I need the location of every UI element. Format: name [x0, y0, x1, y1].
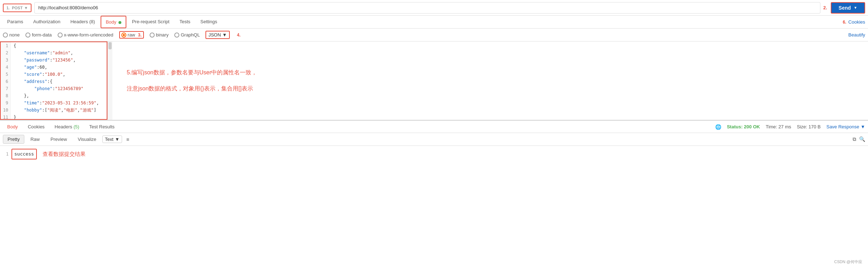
filter-icon[interactable]: ≡: [126, 137, 129, 142]
radio-binary-label: binary: [156, 32, 169, 38]
tab-tests[interactable]: Tests: [175, 16, 194, 28]
radio-binary[interactable]: binary: [150, 32, 169, 38]
line-num-6: 6: [1, 78, 11, 85]
line-num-2: 2: [1, 49, 11, 56]
cookies-link[interactable]: 6. Cookies: [843, 19, 865, 25]
send-label: Send: [839, 5, 851, 11]
line-content-8: },: [11, 92, 29, 99]
tab-authorization[interactable]: Authorization: [29, 16, 65, 28]
radio-graphql-circle: [174, 33, 179, 38]
response-tab-headers[interactable]: Headers (5): [50, 123, 84, 131]
method-label: POST: [12, 6, 23, 10]
radio-none[interactable]: none: [3, 32, 20, 38]
radio-none-label: none: [9, 32, 20, 38]
code-editor[interactable]: 1 { 2 "username":"admin", 3 "password":"…: [0, 41, 107, 120]
radio-none-circle: [3, 33, 8, 38]
response-headers-count: (5): [73, 124, 79, 129]
line-num-4: 4: [1, 64, 11, 71]
annotation-6: 6.: [843, 20, 846, 25]
line-content-4: "age":60,: [11, 64, 47, 71]
radio-graphql-label: GraphQL: [181, 32, 200, 38]
code-line-3: 3 "password":"123456",: [1, 56, 107, 64]
tab-body[interactable]: Body: [101, 16, 126, 28]
status-size-label: Size: 170 B: [797, 124, 821, 129]
code-line-4: 4 "age":60,: [1, 64, 107, 71]
code-line-1: 1 {: [1, 42, 107, 49]
method-dropdown[interactable]: 1. POST ▼: [3, 4, 31, 12]
check-annotation: 查看数据提交结果: [43, 150, 86, 158]
success-value: success: [11, 149, 37, 159]
line-content-7: "phone":"123456789": [11, 85, 83, 92]
radio-graphql[interactable]: GraphQL: [174, 32, 200, 38]
subtab-raw[interactable]: Raw: [26, 135, 44, 144]
globe-icon: 🌐: [715, 124, 721, 130]
code-line-2: 2 "username":"admin",: [1, 49, 107, 56]
method-arrow: ▼: [24, 6, 28, 10]
top-bar: 1. POST ▼ 2. Send ▼: [0, 0, 868, 16]
annotation-4: 4.: [237, 33, 241, 38]
format-select[interactable]: JSON ▼: [205, 31, 230, 39]
annotation-5-line2: 注意json数据的格式，对象用{}表示，集合用[]表示: [127, 84, 854, 94]
code-line-7: 7 "phone":"123456789": [1, 85, 107, 92]
radio-form-data-circle: [25, 33, 30, 38]
format-arrow: ▼: [222, 32, 227, 38]
code-line-9: 9 "time":"2023-05-31 23:56:59",: [1, 99, 107, 107]
line-content-6: "address":{: [11, 78, 52, 85]
response-tab-cookies[interactable]: Cookies: [24, 123, 49, 131]
tab-params[interactable]: Params: [3, 16, 28, 28]
copy-icon[interactable]: ⧉: [853, 136, 856, 142]
radio-urlencoded-label: x-www-form-urlencoded: [64, 32, 113, 38]
tab-headers-label: Headers: [71, 19, 88, 24]
code-line-5: 5 "score":"100.0",: [1, 71, 107, 78]
tab-body-label: Body: [106, 19, 116, 25]
send-button[interactable]: Send ▼: [831, 2, 865, 14]
response-line-num-1: 1: [3, 150, 9, 158]
tab-headers-count: (8): [89, 19, 95, 24]
radio-form-data-label: form-data: [32, 32, 52, 38]
response-tab-test-results[interactable]: Test Results: [85, 123, 119, 131]
response-body: 1 success 查看数据提交结果: [0, 146, 868, 162]
subtab-pretty[interactable]: Pretty: [3, 135, 24, 144]
annotation-3: 3.: [138, 33, 142, 38]
line-num-3: 3: [1, 56, 11, 64]
radio-raw-label: raw: [128, 32, 135, 38]
line-content-10: "hobby":["阅读","电影","游戏"]: [11, 107, 96, 114]
radio-raw[interactable]: raw 3.: [119, 31, 144, 39]
radio-urlencoded[interactable]: x-www-form-urlencoded: [58, 32, 113, 38]
tab-settings[interactable]: Settings: [196, 16, 222, 28]
tab-headers[interactable]: Headers (8): [66, 16, 100, 28]
search-icon[interactable]: 🔍: [859, 136, 865, 142]
annotation-2: 2.: [823, 5, 827, 10]
tab-pre-request[interactable]: Pre-request Script: [128, 16, 174, 28]
request-body-area: 1 { 2 "username":"admin", 3 "password":"…: [0, 41, 868, 120]
radio-form-data[interactable]: form-data: [25, 32, 52, 38]
url-input[interactable]: [34, 2, 820, 14]
text-format-select[interactable]: Text ▼: [102, 136, 122, 143]
save-response-button[interactable]: Save Response ▼: [826, 124, 865, 129]
response-tab-body[interactable]: Body: [3, 123, 22, 131]
line-num-8: 8: [1, 92, 11, 99]
line-content-3: "password":"123456",: [11, 56, 76, 64]
line-content-9: "time":"2023-05-31 23:56:59",: [11, 99, 99, 107]
line-num-11: 11: [1, 114, 11, 120]
annotation-1: 1.: [6, 6, 10, 10]
line-num-5: 5: [1, 71, 11, 78]
response-headers-label: Headers: [55, 124, 72, 129]
annotation-area: 5.编写json数据，参数名要与User中的属性名一致， 注意json数据的格式…: [112, 41, 868, 120]
subtab-preview[interactable]: Preview: [46, 135, 72, 144]
body-active-indicator: [118, 21, 121, 24]
cookies-label: Cookies: [848, 19, 865, 25]
footer: CSDN @何中应: [829, 258, 868, 266]
format-label: JSON: [208, 32, 221, 38]
line-content-1: {: [11, 42, 16, 49]
line-num-1: 1: [1, 42, 11, 49]
radio-raw-circle: [121, 33, 126, 38]
request-tab-bar: Params Authorization Headers (8) Body Pr…: [0, 16, 868, 29]
beautify-button[interactable]: Beautify: [848, 32, 865, 38]
scroll-thumb[interactable]: [108, 42, 112, 49]
save-response-label: Save Response: [826, 124, 859, 129]
footer-text: CSDN @何中应: [834, 260, 862, 264]
editor-scrollbar[interactable]: [107, 41, 112, 120]
subtab-visualize[interactable]: Visualize: [73, 135, 101, 144]
radio-binary-circle: [150, 33, 155, 38]
